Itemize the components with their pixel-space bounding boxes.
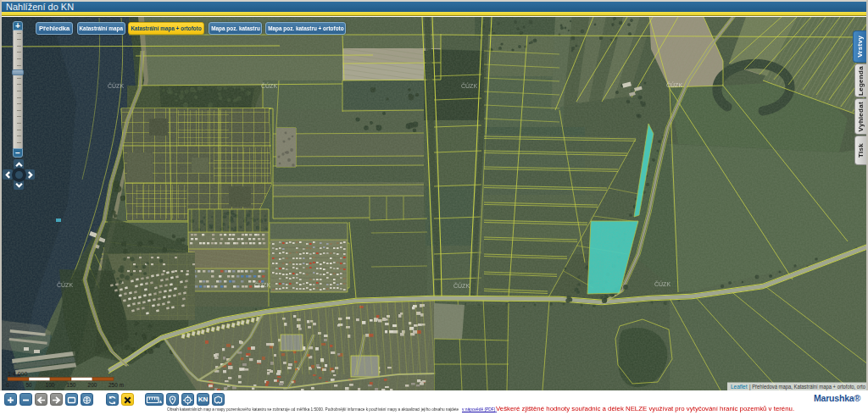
svg-text:| Přehledová mapa, Katastrální: | Přehledová mapa, Katastrální mapa + or… bbox=[749, 384, 865, 390]
svg-text:150: 150 bbox=[67, 382, 76, 388]
svg-text:50: 50 bbox=[25, 382, 32, 388]
svg-text:Leaflet: Leaflet bbox=[731, 384, 748, 390]
svg-text:ČÚZK: ČÚZK bbox=[461, 82, 477, 89]
svg-text:ČÚZK: ČÚZK bbox=[453, 282, 470, 289]
svg-text:250 m: 250 m bbox=[108, 382, 124, 388]
svg-text:0: 0 bbox=[6, 382, 9, 388]
svg-text:ČÚZK: ČÚZK bbox=[108, 82, 124, 89]
svg-text:200: 200 bbox=[88, 382, 97, 388]
svg-text:ČÚZK: ČÚZK bbox=[261, 82, 277, 89]
svg-text:ČÚZK: ČÚZK bbox=[254, 281, 270, 288]
svg-text:100: 100 bbox=[46, 382, 55, 388]
svg-text:ČÚZK: ČÚZK bbox=[57, 281, 73, 288]
svg-text:1:4 000: 1:4 000 bbox=[8, 371, 27, 377]
svg-text:ČÚZK: ČÚZK bbox=[654, 280, 670, 287]
svg-text:ČÚZK: ČÚZK bbox=[666, 81, 682, 88]
